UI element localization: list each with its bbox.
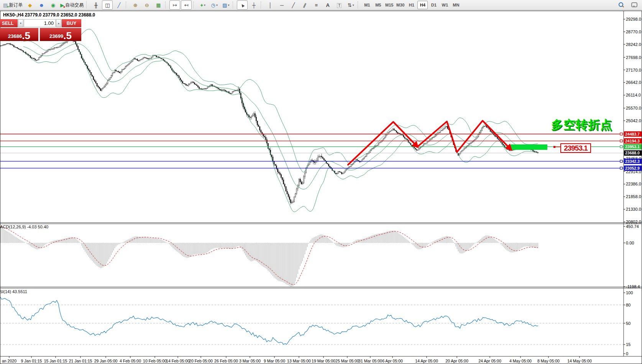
price-tick-label: 27170.0 [626,68,641,72]
line-chart-mode-button[interactable]: ╱ [113,0,124,10]
candlestick-icon: ◫ [105,3,110,8]
timeframe-m15-button[interactable]: M15 [384,1,394,9]
green-highlight-bar[interactable] [511,144,547,150]
level-handle[interactable] [620,133,622,135]
zoom-out-button[interactable]: ⊖ [141,0,152,10]
buy-button[interactable]: BUY [62,19,81,27]
search-button[interactable] [616,0,626,10]
auto-scroll-icon: ↦ [173,3,177,8]
volume-decrease-button[interactable]: ▾ [18,19,23,27]
level-handle[interactable] [620,146,622,148]
timeframe-m30-button[interactable]: M30 [395,1,406,9]
timeframe-h1-button[interactable]: H1 [406,1,417,9]
price-tick-label: 29298.0 [626,17,641,21]
navigator-button[interactable]: ☻ [36,0,47,10]
price-tick-label: 28242.0 [626,42,641,47]
buy-price[interactable]: 23699.5 [40,28,81,41]
time-tick-label: 29 Jan 05:00 [94,359,118,363]
timeframe-mn-button[interactable]: MN [451,1,461,9]
bar-chart-icon: ╫ [94,3,98,8]
buy-price-frac: .5 [63,31,72,40]
auto-scroll-button[interactable]: ↦ [169,0,180,10]
price-tick-label: 22386.0 [626,182,641,186]
level-handle[interactable] [620,160,622,162]
price-tick-label: 21858.0 [626,194,641,199]
sell-price-frac: .5 [22,31,30,40]
toolbar-separator [86,2,89,8]
tile-windows-button[interactable]: ▦ [153,0,164,10]
arrows-button[interactable]: ⇅▾ [345,0,356,10]
label-icon: T [337,3,342,8]
periods-icon: ◷ [211,3,215,8]
price-callout-label[interactable]: 23953.1 [560,143,591,153]
rsi-scale-label: 0 [626,351,628,356]
rsi-scale-label: 80 [626,303,631,307]
timeframe-h4-button[interactable]: H4 [417,1,428,9]
new-order-icon: ▤+ [3,3,8,8]
chart-window[interactable]: 29298.028770.028242.027698.027170.026642… [0,11,642,364]
volume-input[interactable] [24,19,56,27]
timeframe-w1-button[interactable]: W1 [440,1,450,9]
fibonacci-button[interactable]: ≡ [311,0,322,10]
price-tick-label: 21330.0 [626,207,641,212]
horizontal-levels[interactable] [0,134,624,168]
new-order-button[interactable]: ▤+新订单 [2,0,24,10]
time-tick-label: 8 May 05:00 [537,359,560,363]
signal-button[interactable]: ◉ [48,0,58,10]
chart-shift-button[interactable]: ↤ [181,0,192,10]
trend-zigzag-arrow-2[interactable] [417,121,511,152]
navigator-icon: ☻ [39,3,44,8]
text-icon: A [326,3,330,8]
level-handle[interactable] [620,140,622,142]
chevron-down-icon: ▾ [216,3,218,7]
crosshair-button[interactable]: ┼ [248,0,259,10]
candle-chart-mode-button[interactable]: ◫ [102,0,113,10]
timeframe-d1-button[interactable]: D1 [429,1,439,9]
buy-price-main: 23699 [49,33,63,40]
periods-button[interactable]: ◷▾ [209,0,220,10]
toolbar-separator [165,2,167,8]
time-tick-label: 20 Feb 05:00 [189,359,213,363]
sell-price[interactable]: 23686.5 [0,28,38,41]
svg-text:24194.3: 24194.3 [625,139,640,143]
market-watch-button[interactable]: ◆ [25,0,35,10]
svg-text:23342.3: 23342.3 [625,159,640,164]
time-tick-label: 3 Mar 05:00 [239,359,261,363]
macd-scale-label: -1198.4 [626,284,640,289]
zoom-in-button[interactable]: ⊕ [130,0,141,10]
horizontal-line-button[interactable]: ─ [276,0,287,10]
chat-button[interactable] [629,0,640,10]
level-handle[interactable] [620,167,622,169]
chart-canvas[interactable]: 29298.028770.028242.027698.027170.026642… [0,11,642,364]
hline-icon: ─ [280,3,284,8]
price-axis[interactable] [624,11,642,364]
templates-button[interactable]: ▨▾ [220,0,231,10]
timeframe-m5-button[interactable]: M5 [373,1,383,9]
text-label-button[interactable]: T [334,0,345,10]
turning-point-annotation[interactable]: 多空转折点 [551,117,612,133]
sell-button[interactable]: SELL [0,19,18,27]
indicators-icon: + [200,3,203,8]
autotrade-icon: ▶● [60,3,64,8]
text-button[interactable]: A [322,0,333,10]
chart-shift-icon: ↤ [184,3,189,8]
svg-text:24483.7: 24483.7 [625,132,640,136]
new-order-label: 新订单 [9,2,23,8]
volume-increase-button[interactable]: ▴ [56,19,61,27]
vertical-line-button[interactable]: │ [265,0,276,10]
cursor-icon: ▲ [240,3,245,8]
timeframe-m1-button[interactable]: M1 [362,1,372,9]
sell-price-main: 23686 [8,33,22,40]
arrows-icon: ⇅ [348,3,352,8]
price-tick-label: 26114.0 [626,93,641,97]
equidistant-channel-button[interactable]: ∥ [299,0,310,10]
cursor-button[interactable]: ▲ [237,0,248,10]
bar-chart-mode-button[interactable]: ╫ [90,0,101,10]
zoom-out-icon: ⊖ [145,3,149,8]
indicators-button[interactable]: +▾ [197,0,208,10]
time-tick-label: 14 Apr 05:00 [415,359,438,363]
rsi-scale-label: 15 [626,342,631,347]
macd-scale-label: 450.74 [626,224,639,229]
auto-trading-button[interactable]: ▶●自动交易 [59,0,85,10]
trendline-button[interactable]: ╱ [288,0,299,10]
